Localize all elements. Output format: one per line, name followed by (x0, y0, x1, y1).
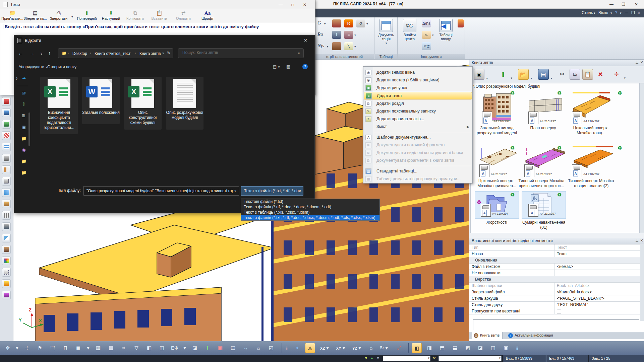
refresh-icon[interactable]: ♻ (557, 90, 562, 96)
menu-item-add-window-snapshot[interactable]: ◉Додати знімок вікна (364, 69, 472, 76)
erase-icon[interactable]: ◪ (190, 343, 200, 353)
left-toolbar-icon[interactable] (2, 177, 11, 186)
up-triangle-icon[interactable]: ▲ (370, 356, 374, 360)
cube-view-button[interactable]: ▣ (501, 343, 511, 353)
left-toolbar-icon[interactable] (2, 154, 11, 163)
pictures-icon[interactable]: ▣ (20, 125, 27, 131)
downloads-icon[interactable]: ⇩ (20, 102, 27, 108)
view-yz-button[interactable]: YZ ▾ (350, 343, 363, 353)
minimize-button[interactable]: — (276, 2, 285, 8)
chevron-down-icon[interactable]: ▾ (620, 11, 622, 15)
chevron-down-icon[interactable]: ▾ (324, 22, 326, 25)
chevron-down-icon[interactable]: ∨ (234, 189, 236, 193)
down-triangle-icon[interactable]: ▼ (376, 356, 380, 360)
input-tables-button[interactable]: ◀ Таблиці вводу (435, 19, 456, 41)
axes-view-icon[interactable]: ⌖ (292, 343, 302, 353)
connection-icon[interactable]: ✣▾ (611, 69, 622, 80)
filetype-option[interactable]: Текстові файли (*.txt) (241, 199, 379, 204)
cube-view-button[interactable]: ◪ (475, 343, 485, 353)
brick-wall-icon[interactable] (332, 42, 341, 50)
snowflake-tc-icon[interactable]: ✳tc (422, 42, 431, 50)
hatch-lines-icon[interactable]: ≡ (344, 31, 353, 39)
plate-icon[interactable]: ▦ (93, 343, 103, 353)
left-toolbar-icon[interactable] (2, 188, 11, 197)
chevron-down-icon[interactable]: ∨ (40, 52, 43, 55)
property-row[interactable]: Стиль аркуша<'PAGE_STYLE_BLANK'> (469, 295, 640, 302)
left-toolbar-icon[interactable] (2, 131, 11, 140)
search-input[interactable] (182, 50, 292, 55)
menu-item-add-section[interactable]: 🗎Додати розділ (364, 100, 472, 107)
left-toolbar-icon[interactable] (2, 143, 11, 151)
copy-icon[interactable]: ⧉ (570, 69, 580, 80)
filetype-combo[interactable]: Текст з файлів (*.txt, *.rtf, *.doc ∨ (241, 186, 303, 196)
filename-input[interactable] (83, 186, 239, 196)
palette-icon[interactable] (458, 19, 464, 27)
paste-button[interactable]: 📋Вставити (147, 10, 171, 20)
previous-button[interactable]: ⬆Попередній (75, 10, 99, 20)
music-icon[interactable]: ◉ (20, 147, 27, 154)
filetype-option-selected[interactable]: Текст з файлів (*.txt, *.rtf, *.doc, *.d… (241, 215, 379, 220)
property-row[interactable]: Файл з текстом<немає> (469, 264, 640, 270)
tool-icon[interactable]: ⚒ (432, 356, 436, 360)
dimension-icon[interactable]: ↔ (241, 343, 251, 353)
doc-minimize-icon[interactable]: ─ (625, 10, 628, 15)
menu-item-add-picture[interactable]: ▣Додати рисунок (364, 84, 472, 92)
checkbox[interactable] (557, 271, 561, 275)
result-combo[interactable] (438, 356, 502, 361)
chevron-down-icon[interactable]: ▾ (366, 22, 368, 25)
breadcrumb-desktop[interactable]: Desktop (72, 51, 87, 56)
pin-icon[interactable]: ⊥ (635, 238, 639, 243)
flag-icon[interactable]: ⚑ (35, 343, 45, 353)
frame-icon[interactable]: ◰ (266, 343, 276, 353)
property-group-row[interactable]: Верстка (469, 276, 640, 283)
property-row[interactable]: Не оновлювати (469, 270, 640, 276)
open-folder-icon[interactable]: 📂▾ (518, 69, 529, 80)
left-toolbar-icon[interactable] (2, 257, 11, 265)
chevron-down-icon[interactable]: ∨ (162, 52, 164, 55)
camera-icon[interactable]: ◉▾ (474, 69, 484, 80)
find-center-button[interactable]: ↯G Знайти центр (399, 19, 420, 41)
menu-item-doc-current-fragment[interactable]: 🗎Документувати поточний фрагмент (364, 141, 472, 149)
ef-icon[interactable]: ΕΦ (170, 343, 180, 353)
chevron-right-icon[interactable]: ❯ (15, 76, 18, 80)
select-box-icon[interactable]: ⬚ (48, 343, 58, 353)
pick-cursor-icon[interactable]: ▻ (422, 31, 431, 39)
filetype-option[interactable]: Текст з таблиць (*.xls, *.xlsx, *.xlsm) (241, 210, 379, 215)
tab-report-book[interactable]: ▤ Книга звітів (472, 332, 503, 339)
left-toolbar-icon[interactable] (2, 120, 11, 129)
organize-button[interactable]: Упорядкувати ▾ (19, 65, 47, 69)
close-icon[interactable]: ✕ (639, 238, 644, 243)
address-bar[interactable]: 📁 › Desktop › Книга отчетов_тест › Книга… (58, 48, 173, 58)
report-item-caption[interactable]: Цокольний поверх - Мозаїка призначен... (472, 178, 522, 189)
help-icon[interactable]: ? (615, 10, 618, 15)
forward-icon[interactable]: → (30, 50, 35, 56)
checkbox[interactable] (557, 309, 561, 313)
chevron-down-icon[interactable]: ▾ (610, 11, 612, 15)
left-toolbar-icon[interactable] (2, 245, 11, 254)
sigma-contour-icon[interactable]: σ (356, 19, 365, 27)
file-tile-text[interactable]: Опис розрахункової моделі будівлі (166, 77, 203, 130)
tab-actual-info[interactable]: i Актуальна інформація (507, 332, 556, 339)
menu-item-doc-report-fragments[interactable]: 🗎Документувати фрагменти з книги звітів (364, 157, 472, 164)
left-toolbar-icon[interactable] (2, 165, 11, 174)
chevron-down-icon[interactable]: ▾ (432, 33, 434, 37)
rotate-icon[interactable]: ↻ ▾ (379, 343, 389, 353)
delete-icon[interactable]: ✕ (595, 69, 606, 80)
menu-item-doc-templates[interactable]: AШаблони документування... (364, 134, 472, 141)
chevron-down-icon[interactable]: ▾ (594, 11, 595, 15)
stiffness-njs-button[interactable]: Njs (317, 43, 324, 49)
file-tile-excel[interactable]: X Опис конструктивної схеми будівлі (124, 77, 162, 130)
menu-item-add-sign-rules[interactable]: ±Додати правила знаків... (364, 115, 472, 123)
doc-close-icon[interactable]: ✕ (637, 10, 641, 15)
solid-icon[interactable]: ▩ (106, 343, 116, 353)
red-axes-icon[interactable]: ⤢ (394, 343, 404, 353)
chevron-down-icon[interactable]: ▾ (86, 343, 91, 353)
scrollbar[interactable] (640, 83, 644, 233)
refresh-icon[interactable]: ♻ (510, 90, 515, 96)
view-mode-icon[interactable]: ▤ ∨ (273, 64, 280, 69)
scrollbar[interactable] (640, 244, 644, 321)
menu-item-rebar-result-tables[interactable]: ▦Таблиці результатів розрахунку арматури… (364, 175, 472, 183)
view-xz-button[interactable]: XZ ▾ (318, 343, 331, 353)
grid-icon[interactable]: ▤ (228, 343, 238, 353)
folder-icon[interactable]: 📁 (20, 170, 27, 177)
